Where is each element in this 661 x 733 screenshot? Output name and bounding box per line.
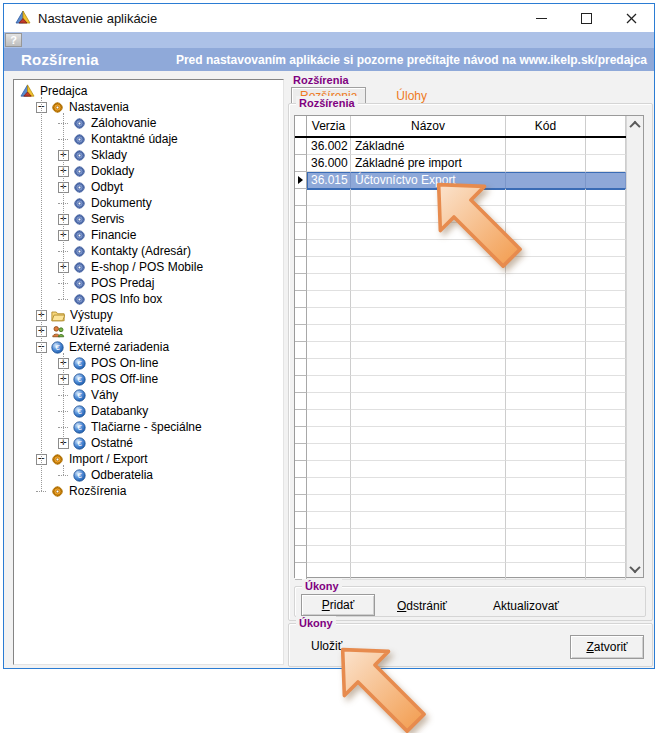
table-cell[interactable]	[586, 342, 626, 359]
table-cell[interactable]	[307, 410, 351, 427]
table-row[interactable]	[295, 393, 626, 410]
table-cell[interactable]	[351, 291, 506, 308]
table-cell[interactable]	[586, 410, 626, 427]
table-cell[interactable]	[586, 206, 626, 223]
row-selector-cell[interactable]	[295, 206, 307, 223]
table-cell[interactable]	[506, 291, 586, 308]
table-cell[interactable]	[506, 529, 586, 546]
tree-item[interactable]: €POS Off-line	[14, 371, 283, 387]
table-cell[interactable]	[586, 359, 626, 376]
table-cell[interactable]	[351, 461, 506, 478]
row-selector-cell[interactable]	[295, 478, 307, 495]
table-cell[interactable]	[506, 308, 586, 325]
table-row[interactable]	[295, 495, 626, 512]
tree-item[interactable]: Rozšírenia	[14, 483, 283, 499]
tree-item[interactable]: Kontaktné údaje	[14, 131, 283, 147]
tree-item[interactable]: €Váhy	[14, 387, 283, 403]
table-row[interactable]	[295, 444, 626, 461]
table-row[interactable]	[295, 478, 626, 495]
row-selector-cell[interactable]	[295, 495, 307, 512]
help-button[interactable]: ?	[5, 33, 22, 47]
close-button[interactable]: Zatvoriť	[570, 635, 644, 659]
table-cell[interactable]	[351, 393, 506, 410]
table-cell[interactable]	[586, 461, 626, 478]
table-cell[interactable]	[307, 223, 351, 240]
tree-item[interactable]: POS Info box	[14, 291, 283, 307]
table-cell[interactable]	[586, 495, 626, 512]
table-row[interactable]	[295, 359, 626, 376]
table-cell[interactable]	[506, 546, 586, 563]
table-cell[interactable]	[351, 495, 506, 512]
table-cell[interactable]	[307, 376, 351, 393]
table-cell[interactable]	[351, 563, 506, 580]
table-cell[interactable]	[307, 495, 351, 512]
table-cell[interactable]: Základné	[351, 138, 506, 155]
table-cell[interactable]	[506, 138, 586, 155]
row-selector-cell[interactable]	[295, 172, 307, 189]
column-header[interactable]: Kód	[506, 116, 586, 136]
table-cell[interactable]	[307, 291, 351, 308]
table-row[interactable]	[295, 512, 626, 529]
table-row[interactable]	[295, 325, 626, 342]
table-cell[interactable]	[586, 308, 626, 325]
table-cell[interactable]	[307, 393, 351, 410]
scroll-up-button[interactable]	[627, 116, 643, 133]
tree-item[interactable]: €Externé zariadenia	[14, 339, 283, 355]
table-row[interactable]	[295, 461, 626, 478]
table-cell[interactable]	[506, 359, 586, 376]
table-cell[interactable]	[351, 308, 506, 325]
tree-item[interactable]: Predajca	[14, 83, 283, 99]
row-selector-cell[interactable]	[295, 563, 307, 580]
table-cell[interactable]	[307, 444, 351, 461]
table-cell[interactable]	[586, 376, 626, 393]
close-button[interactable]	[609, 4, 654, 33]
row-selector-cell[interactable]	[295, 427, 307, 444]
tree-item[interactable]: €Odberatelia	[14, 467, 283, 483]
table-cell[interactable]	[506, 376, 586, 393]
tree-item[interactable]: €Databanky	[14, 403, 283, 419]
row-selector-cell[interactable]	[295, 189, 307, 206]
table-cell[interactable]	[506, 495, 586, 512]
table-cell[interactable]	[586, 325, 626, 342]
column-header[interactable]: Verzia	[307, 116, 351, 136]
table-cell[interactable]	[506, 342, 586, 359]
row-selector-cell[interactable]	[295, 291, 307, 308]
table-cell[interactable]	[307, 274, 351, 291]
table-cell[interactable]	[506, 444, 586, 461]
tree-item[interactable]: Zálohovanie	[14, 115, 283, 131]
table-cell[interactable]	[307, 546, 351, 563]
title-bar[interactable]: Nastavenie aplikácie	[4, 4, 654, 32]
table-cell[interactable]	[351, 444, 506, 461]
table-row[interactable]	[295, 291, 626, 308]
table-cell[interactable]	[506, 410, 586, 427]
tree-item[interactable]: Výstupy	[14, 307, 283, 323]
table-cell[interactable]	[307, 240, 351, 257]
table-cell[interactable]	[506, 393, 586, 410]
tree-item[interactable]: Doklady	[14, 163, 283, 179]
row-selector-cell[interactable]	[295, 410, 307, 427]
table-cell[interactable]	[307, 308, 351, 325]
table-row[interactable]	[295, 546, 626, 563]
table-cell[interactable]	[307, 529, 351, 546]
tree-item[interactable]: €Tlačiarne - špeciálne	[14, 419, 283, 435]
tree-item[interactable]: €POS On-line	[14, 355, 283, 371]
table-cell[interactable]	[586, 546, 626, 563]
row-selector-cell[interactable]	[295, 325, 307, 342]
table-cell[interactable]: 36.002	[307, 138, 351, 155]
maximize-button[interactable]	[564, 4, 609, 33]
row-selector-cell[interactable]	[295, 461, 307, 478]
table-cell[interactable]	[506, 512, 586, 529]
table-cell[interactable]	[586, 529, 626, 546]
table-cell[interactable]	[586, 444, 626, 461]
table-cell[interactable]	[351, 546, 506, 563]
table-cell[interactable]	[586, 478, 626, 495]
table-cell[interactable]	[351, 325, 506, 342]
table-cell[interactable]: 36.000	[307, 155, 351, 172]
tree-item[interactable]: Nastavenia	[14, 99, 283, 115]
row-selector-cell[interactable]	[295, 393, 307, 410]
row-selector-cell[interactable]	[295, 376, 307, 393]
table-cell[interactable]	[586, 427, 626, 444]
table-cell[interactable]	[307, 342, 351, 359]
tree-item[interactable]: POS Predaj	[14, 275, 283, 291]
table-cell[interactable]	[351, 427, 506, 444]
